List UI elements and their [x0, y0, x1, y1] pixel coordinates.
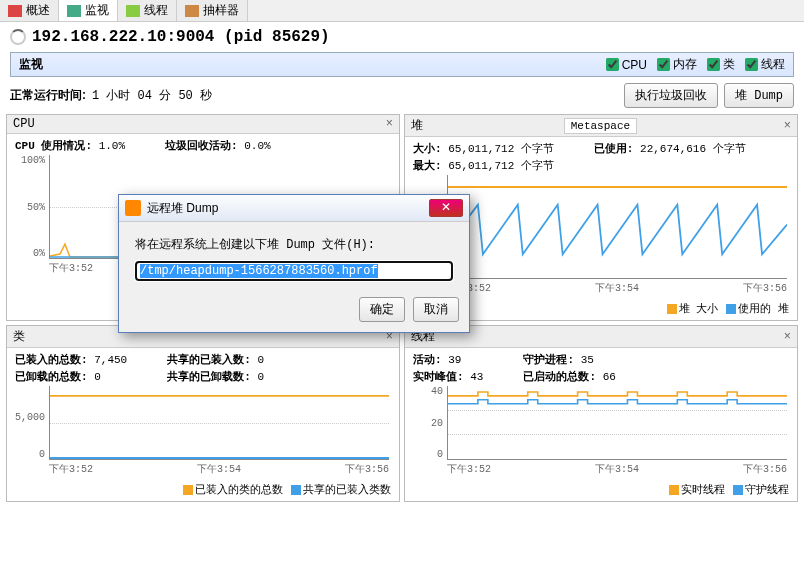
- dump-path-input[interactable]: [135, 261, 453, 281]
- loading-icon: [10, 29, 26, 45]
- java-icon: [125, 200, 141, 216]
- close-icon[interactable]: ×: [784, 119, 791, 133]
- overview-icon: [8, 5, 22, 17]
- check-thr[interactable]: 线程: [745, 56, 785, 73]
- panel-title: 堆: [411, 117, 558, 134]
- threads-icon: [126, 5, 140, 17]
- dialog-title: 远程堆 Dump: [147, 200, 423, 217]
- tab-bar: 概述 监视 线程 抽样器: [0, 0, 804, 22]
- thread-panel: 线程× 活动: 39 实时峰值: 43 守护进程: 35 已启动的总数: 66 …: [404, 325, 798, 502]
- runtime-value: 1 小时 04 分 50 秒: [92, 87, 212, 104]
- runtime-row: 正常运行时间: 1 小时 04 分 50 秒 执行垃圾回收 堆 Dump: [10, 83, 794, 108]
- check-cls[interactable]: 类: [707, 56, 735, 73]
- monitor-bar: 监视 CPU 内存 类 线程: [10, 52, 794, 77]
- tab-label: 监视: [85, 2, 109, 19]
- ok-button[interactable]: 确定: [359, 297, 405, 322]
- gc-button[interactable]: 执行垃圾回收: [624, 83, 718, 108]
- tab-sampler[interactable]: 抽样器: [177, 0, 248, 21]
- check-cpu[interactable]: CPU: [606, 58, 647, 72]
- close-button[interactable]: ✕: [429, 199, 463, 217]
- host-info: 192.168.222.10:9004 (pid 85629): [0, 22, 804, 52]
- tab-label: 概述: [26, 2, 50, 19]
- monitor-title: 监视: [19, 56, 596, 73]
- class-chart: 5,0000 下午3:52下午3:54下午3:56: [13, 386, 393, 476]
- dialog-message: 将在远程系统上创建以下堆 Dump 文件(H):: [135, 236, 453, 253]
- heap-dump-button[interactable]: 堆 Dump: [724, 83, 794, 108]
- remote-dump-dialog: 远程堆 Dump ✕ 将在远程系统上创建以下堆 Dump 文件(H): 确定 取…: [118, 194, 470, 333]
- cancel-button[interactable]: 取消: [413, 297, 459, 322]
- close-icon[interactable]: ×: [386, 117, 393, 131]
- thread-chart: 40200 下午3:52下午3:54下午3:56: [411, 386, 791, 476]
- monitor-icon: [67, 5, 81, 17]
- check-mem[interactable]: 内存: [657, 56, 697, 73]
- panel-title: CPU: [13, 117, 386, 131]
- tab-overview[interactable]: 概述: [0, 0, 59, 21]
- sampler-icon: [185, 5, 199, 17]
- tab-label: 抽样器: [203, 2, 239, 19]
- metaspace-tab[interactable]: Metaspace: [564, 118, 637, 134]
- host-text: 192.168.222.10:9004 (pid 85629): [32, 28, 330, 46]
- runtime-label: 正常运行时间:: [10, 87, 86, 104]
- tab-label: 线程: [144, 2, 168, 19]
- class-panel: 类× 已装入的总数: 7,450 已卸载的总数: 0 共享的已装入数: 0 共享…: [6, 325, 400, 502]
- tab-threads[interactable]: 线程: [118, 0, 177, 21]
- close-icon[interactable]: ×: [784, 330, 791, 344]
- tab-monitor[interactable]: 监视: [59, 0, 118, 21]
